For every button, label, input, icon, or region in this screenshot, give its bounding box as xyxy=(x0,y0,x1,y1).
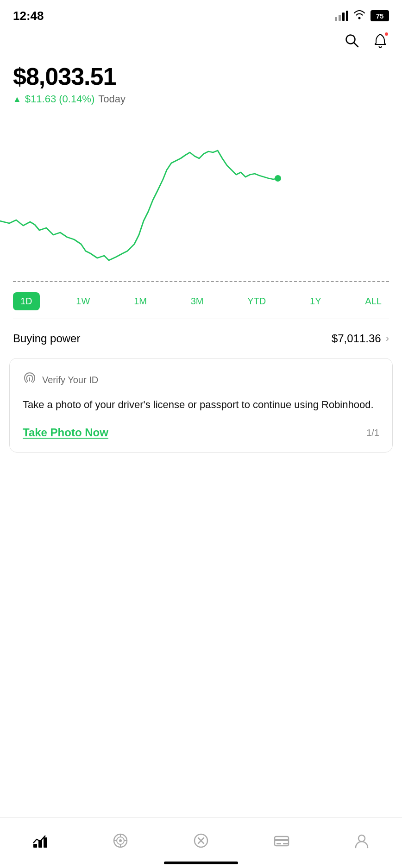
portfolio-chart xyxy=(0,114,402,281)
svg-rect-18 xyxy=(283,843,289,844)
nav-profile[interactable] xyxy=(351,830,373,852)
verify-description: Take a photo of your driver's license or… xyxy=(23,397,379,412)
verify-title: Verify Your ID xyxy=(42,375,98,385)
nav-crypto[interactable] xyxy=(109,830,132,852)
svg-rect-16 xyxy=(275,839,289,841)
tab-ytd[interactable]: YTD xyxy=(240,292,273,310)
wifi-icon xyxy=(353,9,366,22)
nav-home[interactable] xyxy=(29,830,51,852)
take-photo-button[interactable]: Take Photo Now xyxy=(23,426,108,439)
tab-1y[interactable]: 1Y xyxy=(302,292,328,310)
svg-rect-2 xyxy=(33,844,37,848)
status-time: 12:48 xyxy=(13,9,44,23)
fingerprint-icon xyxy=(23,371,37,389)
nav-options[interactable] xyxy=(190,830,212,852)
nav-card[interactable] xyxy=(270,830,293,852)
time-period-tabs: 1D 1W 1M 3M YTD 1Y ALL xyxy=(0,282,402,319)
verify-footer: Take Photo Now 1/1 xyxy=(23,426,379,439)
crypto-icon xyxy=(109,830,132,852)
signal-icon xyxy=(335,11,348,21)
profile-icon xyxy=(351,830,373,852)
chart-dot xyxy=(275,175,281,182)
chart-icon xyxy=(29,830,51,852)
buying-power-row[interactable]: Buying power $7,011.36 › xyxy=(0,319,402,358)
tab-1m[interactable]: 1M xyxy=(126,292,154,310)
status-bar: 12:48 75 xyxy=(0,0,402,28)
battery-icon: 75 xyxy=(371,10,389,21)
buying-power-label: Buying power xyxy=(13,332,80,345)
card-icon xyxy=(270,830,293,852)
verify-id-card: Verify Your ID Take a photo of your driv… xyxy=(9,358,393,453)
svg-rect-17 xyxy=(276,843,281,844)
status-icons: 75 xyxy=(335,9,389,22)
tab-1d[interactable]: 1D xyxy=(13,292,40,310)
bottom-navigation xyxy=(0,817,402,868)
buying-power-value: $7,011.36 xyxy=(332,332,381,345)
svg-point-19 xyxy=(358,835,365,842)
portfolio-change-today: Today xyxy=(98,93,126,105)
change-arrow-icon: ▲ xyxy=(13,94,21,104)
home-indicator xyxy=(164,862,238,864)
portfolio-section: $8,033.51 ▲ $11.63 (0.14%) Today xyxy=(0,58,402,105)
notification-button[interactable] xyxy=(372,32,388,51)
notification-dot xyxy=(384,31,389,37)
svg-line-1 xyxy=(354,43,358,47)
search-button[interactable] xyxy=(344,32,359,51)
card-pagination: 1/1 xyxy=(366,428,379,438)
options-icon xyxy=(190,830,212,852)
tab-all[interactable]: ALL xyxy=(358,292,389,310)
chevron-right-icon: › xyxy=(386,333,389,345)
header-actions xyxy=(0,28,402,58)
verify-header: Verify Your ID xyxy=(23,371,379,389)
portfolio-change: ▲ $11.63 (0.14%) Today xyxy=(13,93,389,105)
tab-1w[interactable]: 1W xyxy=(69,292,97,310)
svg-rect-4 xyxy=(44,837,47,848)
portfolio-change-amount: $11.63 (0.14%) xyxy=(25,93,94,105)
buying-power-right: $7,011.36 › xyxy=(332,332,389,345)
svg-point-7 xyxy=(119,839,122,842)
tab-3m[interactable]: 3M xyxy=(183,292,211,310)
portfolio-value: $8,033.51 xyxy=(13,63,389,90)
